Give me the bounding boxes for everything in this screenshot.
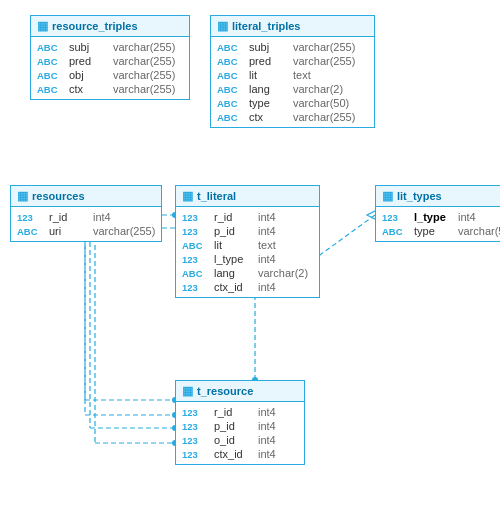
col-o-id: o_id <box>214 434 254 446</box>
table-row: ABC obj varchar(255) <box>31 68 189 82</box>
type-abc: ABC <box>382 226 410 237</box>
col-type: varchar(255) <box>113 83 175 95</box>
table-t-resource: ▦ t_resource 123 r_id int4 123 p_id int4… <box>175 380 305 465</box>
table-icon: ▦ <box>217 19 228 33</box>
col-subj: subj <box>69 41 109 53</box>
table-icon: ▦ <box>182 384 193 398</box>
col-ctx: ctx <box>249 111 289 123</box>
col-ctx: ctx <box>69 83 109 95</box>
table-resources-title: resources <box>32 190 85 202</box>
col-type: varchar(50) <box>293 97 349 109</box>
col-l-type: l_type <box>214 253 254 265</box>
col-lang: lang <box>249 83 289 95</box>
col-type: text <box>293 69 311 81</box>
table-resources: ▦ resources 123 r_id int4 ABC uri varcha… <box>10 185 162 242</box>
table-resources-body: 123 r_id int4 ABC uri varchar(255) <box>11 207 161 241</box>
type-123: 123 <box>182 254 210 265</box>
table-resources-header: ▦ resources <box>11 186 161 207</box>
col-type: int4 <box>258 253 276 265</box>
table-lit-types-body: 123 l_type int4 ABC type varchar(50) <box>376 207 500 241</box>
table-literal-triples: ▦ literal_triples ABC subj varchar(255) … <box>210 15 375 128</box>
col-r-id: r_id <box>49 211 89 223</box>
type-abc: ABC <box>217 112 245 123</box>
col-pred: pred <box>69 55 109 67</box>
col-p-id: p_id <box>214 225 254 237</box>
table-row: 123 p_id int4 <box>176 419 304 433</box>
table-row: ABC uri varchar(255) <box>11 224 161 238</box>
col-type: varchar(255) <box>93 225 155 237</box>
type-abc: ABC <box>217 84 245 95</box>
table-row: 123 l_type int4 <box>376 210 500 224</box>
table-t-literal: ▦ t_literal 123 r_id int4 123 p_id int4 … <box>175 185 320 298</box>
type-123: 123 <box>182 226 210 237</box>
diagram: ▦ resource_triples ABC subj varchar(255)… <box>0 0 500 523</box>
type-123: 123 <box>182 407 210 418</box>
table-icon: ▦ <box>17 189 28 203</box>
table-t-resource-body: 123 r_id int4 123 p_id int4 123 o_id int… <box>176 402 304 464</box>
col-type: int4 <box>258 225 276 237</box>
type-123: 123 <box>182 421 210 432</box>
col-ctx-id: ctx_id <box>214 448 254 460</box>
table-row: 123 l_type int4 <box>176 252 319 266</box>
type-abc: ABC <box>37 42 65 53</box>
table-row: ABC lit text <box>176 238 319 252</box>
type-abc: ABC <box>217 56 245 67</box>
type-123: 123 <box>17 212 45 223</box>
type-abc: ABC <box>182 240 210 251</box>
table-row: ABC type varchar(50) <box>376 224 500 238</box>
table-literal-triples-header: ▦ literal_triples <box>211 16 374 37</box>
type-123: 123 <box>182 435 210 446</box>
col-type: varchar(50) <box>458 225 500 237</box>
col-type: varchar(2) <box>258 267 308 279</box>
type-123: 123 <box>182 282 210 293</box>
table-row: 123 ctx_id int4 <box>176 447 304 461</box>
col-type-field: type <box>249 97 289 109</box>
table-icon: ▦ <box>182 189 193 203</box>
table-row: ABC type varchar(50) <box>211 96 374 110</box>
table-resource-triples-title: resource_triples <box>52 20 138 32</box>
col-p-id: p_id <box>214 420 254 432</box>
col-subj: subj <box>249 41 289 53</box>
col-type-field: type <box>414 225 454 237</box>
col-type: varchar(255) <box>113 41 175 53</box>
table-t-literal-body: 123 r_id int4 123 p_id int4 ABC lit text… <box>176 207 319 297</box>
table-row: ABC subj varchar(255) <box>31 40 189 54</box>
table-row: 123 r_id int4 <box>176 405 304 419</box>
col-type: varchar(255) <box>293 111 355 123</box>
table-row: 123 r_id int4 <box>176 210 319 224</box>
table-icon: ▦ <box>382 189 393 203</box>
col-type: text <box>258 239 276 251</box>
col-ctx-id: ctx_id <box>214 281 254 293</box>
col-type: varchar(255) <box>113 69 175 81</box>
table-row: ABC lang varchar(2) <box>176 266 319 280</box>
col-type: varchar(2) <box>293 83 343 95</box>
table-row: ABC lang varchar(2) <box>211 82 374 96</box>
table-row: ABC pred varchar(255) <box>211 54 374 68</box>
col-type: varchar(255) <box>293 41 355 53</box>
table-t-resource-title: t_resource <box>197 385 253 397</box>
type-abc: ABC <box>17 226 45 237</box>
table-t-literal-header: ▦ t_literal <box>176 186 319 207</box>
table-resource-triples-body: ABC subj varchar(255) ABC pred varchar(2… <box>31 37 189 99</box>
col-type: varchar(255) <box>293 55 355 67</box>
table-row: 123 p_id int4 <box>176 224 319 238</box>
type-123: 123 <box>382 212 410 223</box>
table-lit-types-header: ▦ lit_types <box>376 186 500 207</box>
col-type: int4 <box>458 211 476 223</box>
table-row: ABC pred varchar(255) <box>31 54 189 68</box>
col-r-id: r_id <box>214 211 254 223</box>
table-resource-triples: ▦ resource_triples ABC subj varchar(255)… <box>30 15 190 100</box>
table-resource-triples-header: ▦ resource_triples <box>31 16 189 37</box>
table-literal-triples-body: ABC subj varchar(255) ABC pred varchar(2… <box>211 37 374 127</box>
col-lang: lang <box>214 267 254 279</box>
table-icon: ▦ <box>37 19 48 33</box>
col-uri: uri <box>49 225 89 237</box>
type-123: 123 <box>182 449 210 460</box>
col-type: int4 <box>258 211 276 223</box>
type-abc: ABC <box>37 84 65 95</box>
table-t-literal-title: t_literal <box>197 190 236 202</box>
type-abc: ABC <box>217 42 245 53</box>
col-r-id: r_id <box>214 406 254 418</box>
table-t-resource-header: ▦ t_resource <box>176 381 304 402</box>
col-lit: lit <box>249 69 289 81</box>
